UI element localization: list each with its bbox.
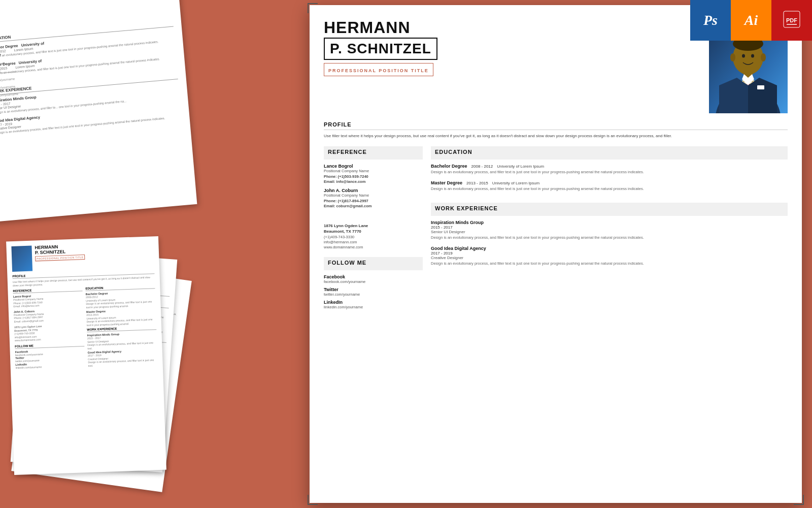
ps-label: Ps — [703, 12, 718, 28]
main-resume-area: HERMANN P. SCHNITZEL PROFESSIONAL POSITI… — [299, 0, 812, 508]
reference-section: REFERENCE Lance Bogrol Positionat Compan… — [324, 146, 423, 212]
resume-title: PROFESSIONAL POSITION TITLE — [328, 68, 429, 73]
paper-stack: HERMANNP. SCHNITZEL PROFESSIONAL POSITIO… — [10, 229, 183, 493]
corner-bracket-tl — [308, 3, 318, 13]
resume-title-box: PROFESSIONAL POSITION TITLE — [324, 63, 433, 76]
illustrator-button[interactable]: Ai — [731, 0, 771, 41]
follow-linkedin: LinkedIn linkedin.com/yourname — [324, 300, 423, 309]
mini-resume-front: HERMANNP. SCHNITZEL PROFESSIONAL POSITIO… — [6, 236, 166, 475]
profile-section: PROFILE Use filler text where it helps y… — [324, 121, 788, 139]
left-paper-area: EDUCATION Bachelor Degree University of … — [0, 0, 299, 508]
profile-text: Use filler text where it helps your desi… — [324, 133, 788, 139]
work-experience-section: WORK EXPERIENCE Inspiration Minds Group … — [431, 203, 788, 271]
svg-point-12 — [730, 53, 735, 61]
edu-entry-2: Master Degree 2013 - 2015 University of … — [431, 180, 788, 192]
pdf-button[interactable]: PDF — [771, 0, 812, 41]
resume-last-name-box: P. SCHNITZEL — [324, 38, 437, 60]
svg-text:PDF: PDF — [786, 17, 797, 23]
work-entry-2: Good Idea Digital Agency 2017 - 2019 Cre… — [431, 246, 788, 267]
paper-top: EDUCATION Bachelor Degree University of … — [0, 0, 197, 222]
resume-first-name: HERMANN — [324, 19, 699, 36]
toolbar: Ps Ai PDF — [690, 0, 812, 41]
follow-me-section: FOLLOW ME Facebook facebook.com/yourname… — [324, 257, 423, 312]
ref-person-2: John A. Coburn Positionat Company Name P… — [324, 188, 423, 208]
corner-bracket-bl — [308, 495, 318, 505]
ai-label: Ai — [745, 12, 758, 28]
ref-person-1: Lance Bogrol Positionat Company Name Pho… — [324, 164, 423, 184]
photoshop-button[interactable]: Ps — [690, 0, 731, 41]
follow-me-header: FOLLOW ME — [328, 260, 419, 268]
svg-rect-17 — [757, 85, 764, 89]
education-header: EDUCATION — [435, 149, 784, 157]
follow-facebook: Facebook facebook.com/yourname — [324, 274, 423, 284]
resume-content: HERMANN P. SCHNITZEL PROFESSIONAL POSITI… — [310, 5, 802, 503]
contact-section: 1876 Lynn Ogden Lane Beaumont, TX 7770 (… — [324, 224, 423, 250]
corner-bracket-br — [794, 495, 804, 505]
resume-last-name: P. SCHNITZEL — [330, 41, 431, 56]
education-section: EDUCATION Bachelor Degree 2008 - 2012 Un… — [431, 146, 788, 197]
svg-point-11 — [751, 54, 754, 58]
profile-header: PROFILE — [324, 121, 788, 130]
resume-frame: HERMANN P. SCHNITZEL PROFESSIONAL POSITI… — [310, 5, 802, 503]
left-column: REFERENCE Lance Bogrol Positionat Compan… — [324, 146, 423, 503]
svg-point-10 — [742, 54, 745, 58]
right-column: EDUCATION Bachelor Degree 2008 - 2012 Un… — [431, 146, 788, 503]
svg-point-13 — [761, 53, 766, 61]
work-entry-1: Inspiration Minds Group 2015 - 2017 Seni… — [431, 220, 788, 241]
pdf-label: PDF — [783, 10, 801, 31]
edu-entry-1: Bachelor Degree 2008 - 2012 University o… — [431, 164, 788, 175]
resume-body: REFERENCE Lance Bogrol Positionat Compan… — [324, 146, 788, 503]
follow-twitter: Twitter twitter.com/yourname — [324, 287, 423, 297]
resume-name-block: HERMANN P. SCHNITZEL PROFESSIONAL POSITI… — [324, 19, 709, 113]
work-experience-header: WORK EXPERIENCE — [435, 205, 784, 213]
reference-header: REFERENCE — [328, 149, 419, 157]
